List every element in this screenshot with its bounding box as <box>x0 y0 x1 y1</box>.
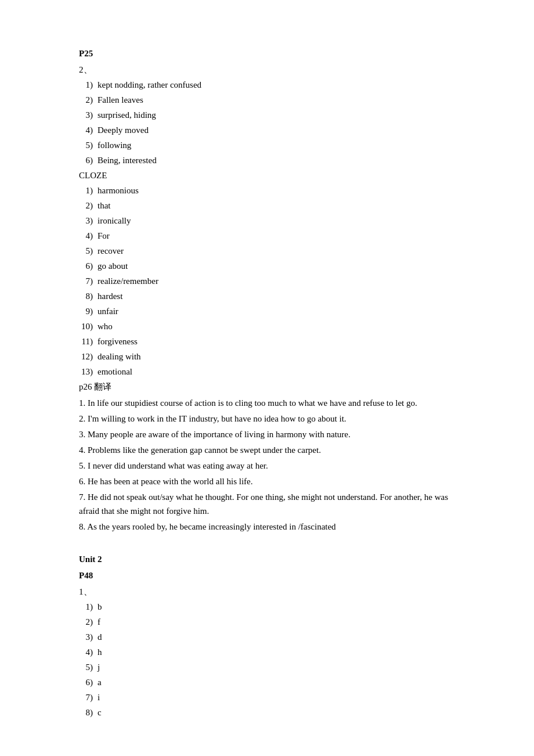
list-text: go about <box>98 259 128 273</box>
list-text: following <box>98 138 131 152</box>
list-item: 5)recover <box>79 244 455 258</box>
list-item: 5)j <box>79 660 455 674</box>
list-item: 1)b <box>79 600 455 614</box>
list-text: hardest <box>98 289 122 303</box>
list-num: 3) <box>79 108 98 122</box>
section2-list: 1)kept nodding, rather confused2)Fallen … <box>79 78 455 167</box>
list-num: 4) <box>79 229 98 243</box>
list-item: 6)go about <box>79 259 455 273</box>
list-text: who <box>98 319 113 333</box>
list-item: 6)Being, interested <box>79 153 455 167</box>
list-text: f <box>98 615 100 629</box>
list-item: 7)realize/remember <box>79 274 455 288</box>
list-text: b <box>98 600 102 614</box>
list-text: Fallen leaves <box>98 93 143 107</box>
list-num: 13) <box>79 365 98 379</box>
unit2-section: Unit 2 P48 1、 1)b2)f3)d4)h5)j6)a7)i8)c <box>79 552 455 719</box>
list-item: 6)a <box>79 675 455 689</box>
list-item: 13)emotional <box>79 365 455 379</box>
translation-list: 1. In life our stupidiest course of acti… <box>79 396 455 534</box>
list-text: h <box>98 645 102 659</box>
list-num: 5) <box>79 244 98 258</box>
list-text: recover <box>98 244 124 258</box>
cloze-label: CLOZE <box>79 168 455 182</box>
list-num: 8) <box>79 705 98 719</box>
translation-label: p26 翻译 <box>79 380 455 394</box>
list-text: Being, interested <box>98 153 157 167</box>
list-text: forgiveness <box>98 334 138 348</box>
list-item: 7)i <box>79 690 455 704</box>
p48-label: P48 <box>79 568 455 582</box>
list-item: 2)that <box>79 199 455 213</box>
list-num: 1) <box>79 78 98 92</box>
list-item: 10)who <box>79 319 455 333</box>
list-num: 3) <box>79 630 98 644</box>
list-num: 10) <box>79 319 98 333</box>
translation-item: 7. He did not speak out/say what he thou… <box>79 490 455 518</box>
translation-item: 4. Problems like the generation gap cann… <box>79 443 455 457</box>
list-item: 8)c <box>79 705 455 719</box>
section2-label: 2、 <box>79 63 455 77</box>
list-text: realize/remember <box>98 274 158 288</box>
translation-item: 6. He has been at peace with the world a… <box>79 474 455 488</box>
list-num: 1) <box>79 600 98 614</box>
list-num: 6) <box>79 259 98 273</box>
list-text: surprised, hiding <box>98 108 156 122</box>
list-item: 3)surprised, hiding <box>79 108 455 122</box>
list-num: 11) <box>79 334 98 348</box>
list-num: 2) <box>79 615 98 629</box>
list-num: 3) <box>79 214 98 228</box>
list-num: 4) <box>79 123 98 137</box>
p25-title: P25 <box>79 46 455 60</box>
list-num: 6) <box>79 153 98 167</box>
list-item: 2)Fallen leaves <box>79 93 455 107</box>
list-text: Deeply moved <box>98 123 149 137</box>
list-text: that <box>98 199 111 213</box>
translation-item: 8. As the years rooled by, he became inc… <box>79 520 455 534</box>
list-num: 5) <box>79 138 98 152</box>
list-num: 6) <box>79 675 98 689</box>
list-item: 2)f <box>79 615 455 629</box>
list-num: 1) <box>79 183 98 197</box>
list-text: d <box>98 630 102 644</box>
list-item: 9)unfair <box>79 304 455 318</box>
translation-item: 3. Many people are aware of the importan… <box>79 427 455 441</box>
translation-item: 1. In life our stupidiest course of acti… <box>79 396 455 410</box>
list-num: 9) <box>79 304 98 318</box>
translation-item: 2. I'm willing to work in the IT industr… <box>79 412 455 426</box>
list-text: i <box>98 690 100 704</box>
cloze-list: 1)harmonious2)that3)ironically4)For5)rec… <box>79 183 455 379</box>
list-text: a <box>98 675 102 689</box>
list-text: j <box>98 660 100 674</box>
list-num: 5) <box>79 660 98 674</box>
list-item: 4)For <box>79 229 455 243</box>
list-text: dealing with <box>98 350 141 363</box>
list-text: c <box>98 705 102 719</box>
list-num: 8) <box>79 289 98 303</box>
list-num: 12) <box>79 350 98 363</box>
unit2-section1-list: 1)b2)f3)d4)h5)j6)a7)i8)c <box>79 600 455 719</box>
list-text: kept nodding, rather confused <box>98 78 201 92</box>
list-text: For <box>98 229 110 243</box>
list-item: 3)d <box>79 630 455 644</box>
list-item: 3)ironically <box>79 214 455 228</box>
list-num: 7) <box>79 274 98 288</box>
list-num: 4) <box>79 645 98 659</box>
list-text: unfair <box>98 304 118 318</box>
list-item: 8)hardest <box>79 289 455 303</box>
list-item: 12)dealing with <box>79 350 455 363</box>
translation-label-text: p26 翻译 <box>79 382 111 391</box>
p25-section: P25 2、 1)kept nodding, rather confused2)… <box>79 46 455 534</box>
list-text: emotional <box>98 365 132 379</box>
list-num: 2) <box>79 199 98 213</box>
unit2-section1-label: 1、 <box>79 585 455 599</box>
list-item: 11)forgiveness <box>79 334 455 348</box>
list-item: 5)following <box>79 138 455 152</box>
list-num: 7) <box>79 690 98 704</box>
list-text: harmonious <box>98 183 139 197</box>
list-item: 1)harmonious <box>79 183 455 197</box>
list-num: 2) <box>79 93 98 107</box>
list-item: 4)Deeply moved <box>79 123 455 137</box>
list-item: 1)kept nodding, rather confused <box>79 78 455 92</box>
translation-item: 5. I never did understand what was eatin… <box>79 459 455 473</box>
